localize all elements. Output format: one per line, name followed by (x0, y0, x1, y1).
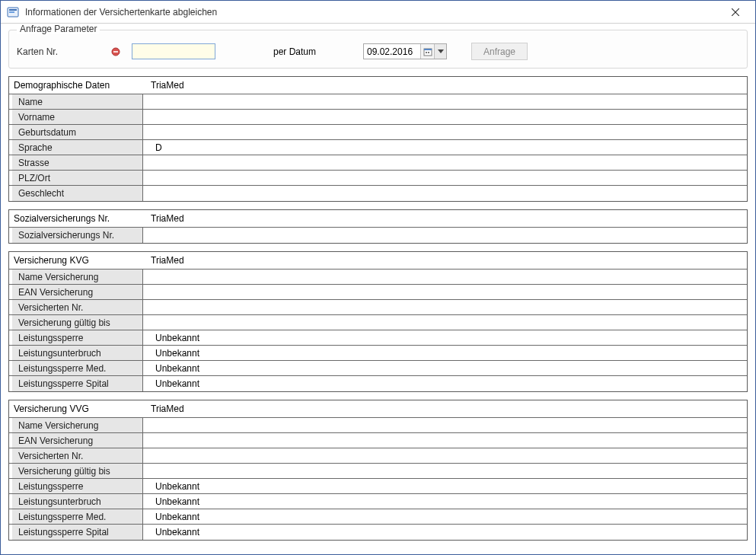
section-title: Sozialversicherungs Nr. (9, 210, 146, 227)
karten-nr-label: Karten Nr. (17, 46, 104, 57)
row-label: Leistungssperre (12, 330, 143, 345)
section-header: Demographische Daten TriaMed (9, 77, 747, 94)
row-value (143, 285, 747, 299)
per-datum-picker[interactable] (363, 43, 447, 59)
section-title-right: TriaMed (146, 210, 747, 227)
table-row: Name (9, 94, 747, 110)
row-label: PLZ/Ort (12, 171, 143, 185)
row-value (143, 94, 747, 109)
dialog-window: Informationen der Versichertenkarte abgl… (0, 0, 756, 555)
table-row: Versicherung gültig bis (9, 464, 747, 479)
section-title: Demographische Daten (9, 77, 146, 94)
row-label: Geburtsdatum (12, 125, 143, 139)
row-label: Strasse (12, 155, 143, 170)
row-value (143, 125, 747, 139)
svg-rect-6 (113, 51, 118, 53)
table-row: Geschlecht (9, 186, 747, 201)
row-value: Unbekannt (143, 376, 747, 391)
per-datum-label: per Datum (273, 46, 357, 57)
svg-rect-2 (9, 11, 14, 13)
table-row: Name Versicherung (9, 270, 747, 285)
table-row: Leistungssperre Med.Unbekannt (9, 509, 747, 525)
table-row: Leistungssperre SpitalUnbekannt (9, 376, 747, 391)
section-sozialversicherungs-nr: Sozialversicherungs Nr. TriaMed Sozialve… (8, 209, 748, 244)
table-row: Vorname (9, 110, 747, 125)
section-versicherung-kvg: Versicherung KVG TriaMed Name Versicheru… (8, 251, 748, 392)
table-row: LeistungsunterbruchUnbekannt (9, 346, 747, 361)
table-row: EAN Versicherung (9, 433, 747, 448)
table-row: Name Versicherung (9, 418, 747, 433)
row-value (143, 270, 747, 284)
table-row: Versicherten Nr. (9, 300, 747, 315)
row-value (143, 300, 747, 314)
window-title: Informationen der Versichertenkarte abgl… (25, 7, 720, 18)
anfrage-parameter-group: Anfrage Parameter Karten Nr. per Datum (8, 30, 748, 69)
table-row: LeistungssperreUnbekannt (9, 330, 747, 346)
row-label: Leistungssperre Med. (12, 509, 143, 524)
row-value (143, 418, 747, 432)
table-row: LeistungsunterbruchUnbekannt (9, 494, 747, 509)
row-label: Name Versicherung (12, 418, 143, 432)
row-value: Unbekannt (143, 361, 747, 375)
row-value (143, 171, 747, 185)
table-row: Leistungssperre Med.Unbekannt (9, 361, 747, 376)
error-icon (110, 46, 121, 57)
row-label: Leistungssperre Spital (12, 525, 143, 540)
row-label: Sprache (12, 140, 143, 155)
row-label: Versicherung gültig bis (12, 464, 143, 478)
chevron-down-icon (438, 49, 444, 53)
svg-rect-1 (9, 9, 17, 11)
section-demographische-daten: Demographische Daten TriaMed Name Vornam… (8, 76, 748, 202)
row-value: Unbekannt (143, 479, 747, 493)
row-value: Unbekannt (143, 346, 747, 360)
close-button[interactable] (720, 2, 751, 23)
row-value (143, 110, 747, 124)
row-label: Geschlecht (12, 186, 143, 201)
table-row: Geburtsdatum (9, 125, 747, 140)
row-label: Leistungssperre Med. (12, 361, 143, 375)
calendar-icon[interactable] (420, 44, 434, 59)
row-label: Versicherten Nr. (12, 300, 143, 314)
row-value (143, 315, 747, 330)
table-row: LeistungssperreUnbekannt (9, 479, 747, 494)
row-label: Leistungssperre (12, 479, 143, 493)
dialog-footer: Übernehmen Abbrechen (8, 548, 748, 554)
row-label: Vorname (12, 110, 143, 124)
table-row: EAN Versicherung (9, 285, 747, 300)
row-label: Leistungsunterbruch (12, 494, 143, 509)
content-area: Anfrage Parameter Karten Nr. per Datum (1, 24, 755, 554)
anfrage-parameter-row: Karten Nr. per Datum (17, 43, 739, 60)
row-label: Versicherten Nr. (12, 448, 143, 463)
row-label: EAN Versicherung (12, 285, 143, 299)
row-value: Unbekannt (143, 494, 747, 509)
row-value (143, 448, 747, 463)
section-title: Versicherung KVG (9, 252, 146, 269)
table-row: Versicherung gültig bis (9, 315, 747, 330)
row-label: EAN Versicherung (12, 433, 143, 448)
section-header: Versicherung KVG TriaMed (9, 252, 747, 270)
per-datum-input[interactable] (364, 44, 420, 59)
table-row: Leistungssperre SpitalUnbekannt (9, 525, 747, 540)
row-value (143, 464, 747, 478)
row-label: Versicherung gültig bis (12, 315, 143, 330)
row-label: Leistungsunterbruch (12, 346, 143, 360)
section-title: Versicherung VVG (9, 400, 146, 417)
anfrage-button[interactable]: Anfrage (471, 43, 528, 60)
row-label: Name (12, 94, 143, 109)
row-label: Sozialversicherungs Nr. (12, 228, 143, 243)
row-label: Leistungssperre Spital (12, 376, 143, 391)
table-row: Versicherten Nr. (9, 448, 747, 464)
row-value (143, 155, 747, 170)
table-row: SpracheD (9, 140, 747, 155)
row-value: Unbekannt (143, 525, 747, 540)
row-value (143, 186, 747, 201)
section-title-right: TriaMed (146, 77, 747, 94)
title-bar: Informationen der Versichertenkarte abgl… (1, 1, 755, 24)
svg-rect-10 (428, 52, 429, 53)
date-dropdown-button[interactable] (434, 44, 446, 59)
svg-rect-8 (424, 49, 432, 50)
close-icon (732, 8, 739, 16)
section-title-right: TriaMed (146, 252, 747, 269)
section-header: Sozialversicherungs Nr. TriaMed (9, 210, 747, 228)
karten-nr-input[interactable] (132, 43, 215, 59)
